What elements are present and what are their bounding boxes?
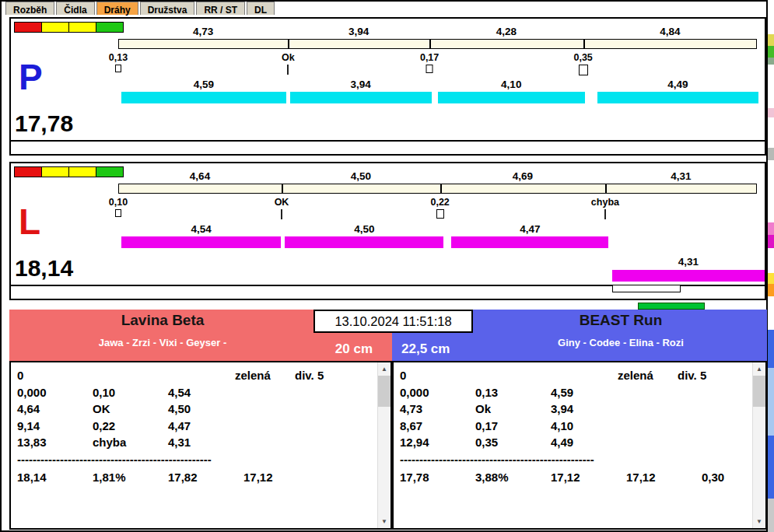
scroll-down-icon[interactable]: ▼ [378,515,391,528]
result-row: 4,64OK4,50 [17,401,370,418]
exchange-mark-label: Ok [282,52,295,63]
result-separator: ----------------------------------------… [17,451,370,467]
tab-druzstva[interactable]: Družstva [140,2,195,15]
status-light [14,22,42,33]
results-section: 0zelenádiv. 50,0000,104,544,64OK4,509,14… [9,361,767,530]
exchange-mark-label: OK [275,197,289,208]
scroll-down-icon[interactable]: ▼ [753,515,765,528]
run-segment-time: 4,47 [520,223,540,235]
result-cell [618,384,678,401]
lane-track: 4,644,504,694,310,10OK0,22chyba4,544,504… [118,163,758,299]
tab-rr-st[interactable]: RR / ST [196,2,245,15]
run-segment-time: 4,50 [354,223,374,235]
result-totals-row: 17,783,88%17,1217,120,30 [400,469,745,486]
exchange-mark-tick [287,65,289,75]
status-light [41,166,69,177]
scroll-up-icon[interactable]: ▲ [753,362,765,376]
run-segment-time: 4,59 [194,79,214,90]
plan-time-bar [118,184,757,194]
result-cell: 0,30 [702,469,745,486]
scrollbar-thumb[interactable] [753,376,765,407]
result-row: 4,73Ok3,94 [400,401,745,418]
result-row: 0zelenádiv. 5 [400,367,745,384]
result-cell [295,434,370,451]
segment-tick [605,184,607,193]
result-cell [295,401,370,418]
clock: 13.10.2024 11:51:18 [313,310,473,333]
scrollbar[interactable]: ▲ ▼ [377,362,391,528]
exchange-mark-square [579,65,588,75]
result-cell: OK [93,401,168,418]
result-separator: ----------------------------------------… [400,451,745,467]
segment-tick [583,40,585,48]
result-cell [678,434,745,451]
results-table: 0zelenádiv. 50,0000,134,594,73Ok3,948,67… [394,362,765,485]
result-cell: 0,000 [400,384,475,401]
plan-segment-time: 4,50 [351,170,371,182]
exchange-mark-tick [604,209,606,219]
exchange-mark-label: 0,13 [109,52,128,63]
team-name: BEAST Run [475,312,767,329]
lane-total-time: 17,78 [15,110,73,137]
result-cell [168,367,235,384]
result-cell: 4,50 [168,401,235,418]
plan-segment-time: 4,31 [671,170,691,182]
segment-tick [429,40,431,48]
start-lights [14,22,123,33]
exchange-mark-tick [281,209,282,219]
start-lights [14,166,123,177]
result-cell: 0,000 [17,384,93,401]
lane-letter: P [19,59,43,95]
result-cell: zelená [618,367,678,384]
result-cell: 9,14 [17,418,93,435]
exchange-mark-square [436,209,444,219]
team-results-right: 0zelenádiv. 50,0000,134,594,73Ok3,948,67… [392,361,767,530]
result-cell: 4,59 [551,384,618,401]
result-cell [618,418,678,435]
scroll-up-icon[interactable]: ▲ [378,362,391,376]
result-cell: 0 [17,367,93,384]
run-segment-time: 4,54 [191,223,212,235]
segment-tick [440,184,442,193]
result-cell [235,401,295,418]
run-segment-time: 4,49 [667,79,688,90]
result-cell: Ok [475,401,551,418]
plan-time-bar [118,39,757,49]
result-row: 8,670,174,10 [400,418,745,435]
scrollbar[interactable]: ▲ ▼ [752,362,765,528]
tab-rozbeh[interactable]: Rozběh [5,2,54,15]
result-cell: 0,10 [93,384,168,401]
lane-panel-p: P 17,78 4,733,944,284,840,13Ok0,170,354,… [9,17,766,156]
result-cell: 0,22 [93,418,168,435]
result-totals-row: 18,141,81%17,8217,12 [17,469,370,486]
run-segment-time: 3,94 [351,79,371,90]
desktop-edge-artifact [768,0,774,532]
result-cell [551,367,618,384]
tab-drahy[interactable]: Dráhy [96,2,138,15]
exchange-mark-label: 0,22 [430,197,449,208]
status-light [68,22,96,33]
result-cell: div. 5 [295,367,370,384]
result-cell: 0,17 [475,418,551,435]
scrollbar-thumb[interactable] [378,376,391,407]
team-category: 20 cm [335,341,373,357]
tab-cidla[interactable]: Čidla [56,2,94,15]
run-segment-time: 4,10 [501,79,521,90]
result-cell [295,418,370,435]
run-segment-bar [285,236,443,248]
result-cell: 4,10 [551,418,618,435]
tab-bar: Rozběh Čidla Dráhy Družstva RR / ST DL [5,2,276,15]
progress-indicator [638,303,705,310]
result-cell [618,401,678,418]
result-cell: 0,35 [475,434,551,451]
result-cell: 17,12 [626,469,702,486]
run-segment-bar [612,270,764,282]
exchange-mark-square [115,65,121,72]
tab-dl[interactable]: DL [247,2,275,15]
run-segment-bar [451,236,608,248]
lane-divider [9,140,766,142]
app-window: Rozběh Čidla Dráhy Družstva RR / ST DL P… [0,0,768,532]
result-row: 13,83chyba4,31 [17,434,370,451]
plan-segment-time: 3,94 [348,26,369,37]
plan-segment-time: 4,64 [190,170,210,182]
